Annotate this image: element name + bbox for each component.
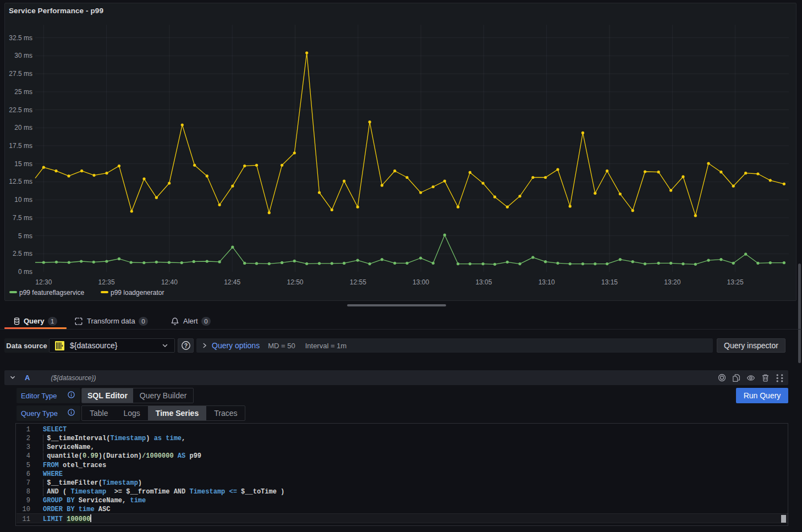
svg-text:10 ms: 10 ms [14, 196, 32, 204]
svg-text:20 ms: 20 ms [14, 124, 32, 131]
svg-text:p99 loadgenerator: p99 loadgenerator [111, 289, 164, 297]
svg-text:12:50: 12:50 [287, 278, 303, 286]
svg-text:p99 featureflagservice: p99 featureflagservice [19, 289, 84, 297]
svg-text:12:55: 12:55 [350, 278, 366, 286]
svg-text:32.5 ms: 32.5 ms [9, 34, 32, 42]
svg-text:12:40: 12:40 [161, 278, 178, 286]
svg-text:12:35: 12:35 [98, 278, 115, 286]
svg-text:13:10: 13:10 [539, 278, 555, 286]
svg-text:13:00: 13:00 [413, 278, 429, 286]
svg-text:22.5 ms: 22.5 ms [9, 106, 32, 114]
svg-text:12:30: 12:30 [35, 278, 52, 286]
svg-text:25 ms: 25 ms [14, 88, 32, 96]
svg-text:5 ms: 5 ms [18, 232, 32, 240]
svg-text:13:05: 13:05 [475, 278, 492, 286]
svg-text:17.5 ms: 17.5 ms [9, 142, 32, 150]
svg-text:13:20: 13:20 [664, 278, 680, 286]
svg-text:27.5 ms: 27.5 ms [9, 70, 32, 78]
svg-text:13:25: 13:25 [727, 278, 744, 286]
svg-text:2.5 ms: 2.5 ms [13, 250, 32, 257]
svg-text:12:45: 12:45 [224, 278, 240, 286]
svg-text:7.5 ms: 7.5 ms [13, 214, 32, 222]
svg-text:12.5 ms: 12.5 ms [9, 178, 32, 185]
svg-text:15 ms: 15 ms [14, 160, 32, 168]
svg-text:?: ? [184, 342, 187, 349]
svg-text:0 ms: 0 ms [18, 268, 32, 276]
svg-text:30 ms: 30 ms [14, 52, 32, 59]
svg-text:13:15: 13:15 [601, 278, 618, 286]
